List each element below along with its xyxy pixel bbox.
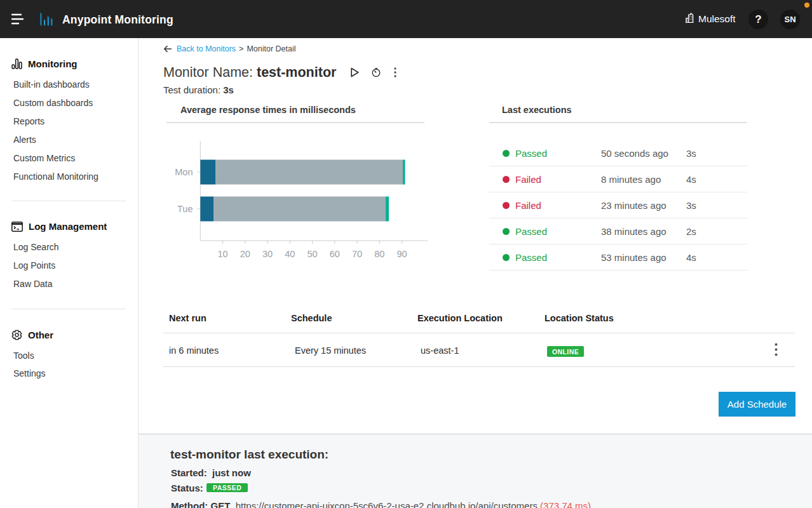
svg-text:60: 60	[330, 249, 340, 259]
svg-text:90: 90	[397, 249, 407, 259]
svg-text:70: 70	[352, 249, 362, 259]
svg-text:20: 20	[240, 249, 250, 259]
svg-text:Mon: Mon	[175, 167, 193, 177]
svg-text:30: 30	[262, 249, 273, 259]
svg-text:40: 40	[285, 249, 295, 259]
svg-text:Tue: Tue	[177, 204, 193, 214]
svg-text:50: 50	[308, 249, 318, 259]
svg-text:10: 10	[218, 249, 228, 259]
svg-text:80: 80	[374, 249, 384, 259]
